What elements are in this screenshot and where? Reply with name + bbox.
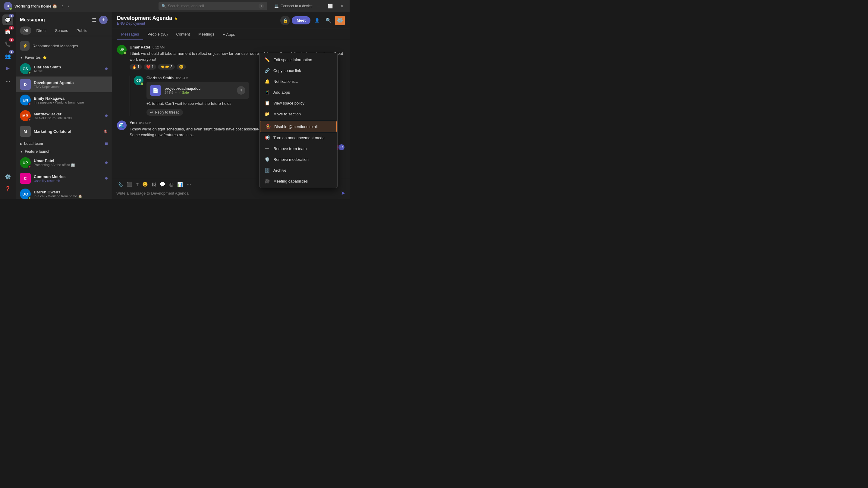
chat-item-darren[interactable]: DO Darren Owens In a call • Working from… [16,186,112,199]
chat-item-common-metrics[interactable]: C Common Metrics Usability research [16,170,112,186]
format-btn[interactable]: ⬛ [126,181,133,188]
minimize-btn[interactable]: ─ [315,3,323,9]
chat-title: Development Agenda ★ [117,15,178,22]
nav-back[interactable]: ‹ [60,3,65,9]
ctx-move-section[interactable]: 📁 Move to section [259,108,337,119]
you-msg-name: You [130,121,137,125]
ctx-announcement-mode[interactable]: 📢 Turn on announcement mode [259,132,337,143]
ctx-disable-mentions[interactable]: 🔕 Disable @mentions to all [260,121,337,132]
ctx-remove-team[interactable]: — Remove from team [259,143,337,154]
clarissa-unread [105,67,107,70]
search-btn[interactable]: 🔍 [324,16,333,25]
clarissa-name: Clarissa Smith [34,65,102,69]
reply-thread-btn[interactable]: ↩ Reply to thread [147,109,183,116]
more-tools-btn[interactable]: ⋯ [186,181,192,188]
maximize-btn[interactable]: ⬜ [325,3,335,9]
text-btn[interactable]: T [135,181,140,188]
tab-public[interactable]: Public [73,27,91,35]
new-message-btn[interactable]: + [99,16,107,24]
chat-item-matthew[interactable]: MB Matthew Baker Do Not Disturb until 16… [16,108,112,124]
search-add-btn[interactable]: + [258,3,264,9]
tab-all[interactable]: All [20,27,31,35]
chat-item-marketing[interactable]: M Marketing Collateral 🔇 [16,124,112,139]
dev-agenda-sub: ENG Deployment [34,85,107,89]
tab-apps[interactable]: + Apps [218,29,239,40]
common-metrics-name: Common Metrics [34,174,102,179]
section-local-team[interactable]: ▶ Local team [16,139,112,147]
recommended-messages-item[interactable]: ⚡ Recommended Messages [16,38,112,53]
search-bar[interactable]: 🔍 Search, meet, and call + [158,2,267,10]
connect-device[interactable]: 💻 Connect to a device [274,4,313,8]
tab-direct[interactable]: Direct [33,27,50,35]
ctx-add-apps[interactable]: 📱 Add apps [259,87,337,98]
tab-meetings[interactable]: Meetings [194,29,218,40]
ctx-archive[interactable]: 🗄️ Archive [259,165,337,175]
favorites-chevron: ▼ [20,56,23,59]
user-avatar[interactable]: U [4,2,12,10]
umar-name: Umar Patel [34,158,102,163]
lock-btn[interactable]: 🔒 [280,16,290,25]
bell-icon: 🔔 [264,79,270,84]
reaction-smile[interactable]: 😊 [177,64,186,70]
chat-item-clarissa[interactable]: CS Clarissa Smith Active [16,61,112,76]
ctx-copy-link[interactable]: 🔗 Copy space link [259,65,337,76]
tab-spaces[interactable]: Spaces [51,27,71,35]
ctx-notifications[interactable]: 🔔 Notifications... [259,76,337,87]
reaction-heart[interactable]: ❤️ 1 [144,64,156,70]
common-metrics-unread [105,177,107,180]
teams-icon: 👥 [5,53,11,59]
clarissa-info: Clarissa Smith Active [34,65,102,73]
reaction-fist[interactable]: 🤜🤛 3 [158,64,175,70]
star-icon: ★ [174,16,178,21]
sticker-btn[interactable]: 💬 [159,181,166,188]
ctx-remove-team-label: Remove from team [273,147,307,151]
ctx-edit-space[interactable]: ✏️ Edit space information [259,54,337,65]
tab-people[interactable]: People (30) [143,29,172,40]
chat-item-umar[interactable]: UP Umar Patel Presenting • At the office… [16,155,112,170]
sidebar-item-more[interactable]: … [2,75,13,86]
mention-btn[interactable]: @ [168,181,175,188]
nav-forward[interactable]: › [66,3,71,9]
chat-item-dev-agenda[interactable]: D Development Agenda ENG Deployment [16,76,112,92]
chat-item-emily[interactable]: EN Emily Nakagawa In a meeting • Working… [16,92,112,108]
dev-agenda-info: Development Agenda ENG Deployment [34,80,107,89]
sidebar-item-chat[interactable]: 💬 5 [2,14,13,25]
file-meta: 24 KB • ✓ Safe [164,91,233,95]
attach-btn[interactable]: 📎 [116,181,124,188]
ctx-remove-moderation[interactable]: 🛡️ Remove moderation [259,154,337,165]
sidebar-item-settings[interactable]: ⚙️ [2,171,13,182]
sidebar-item-teams[interactable]: 👥 1 [2,51,13,61]
title-bar-left: U Working from home 🏠 ‹ › [4,2,156,10]
sidebar-item-help[interactable]: ❓ [2,183,13,194]
reaction-fire[interactable]: 🔥 1 [130,64,142,70]
send-btn[interactable]: ➤ [341,190,345,196]
shield-icon: 🛡️ [264,157,270,162]
file-safe: ✓ Safe [179,91,189,95]
local-team-chevron: ▶ [20,142,22,145]
emily-avatar: EN [20,95,31,105]
participants-btn[interactable]: 👤 [312,16,322,25]
meet-btn[interactable]: Meet [292,16,310,24]
edit-icon: ✏️ [264,57,270,62]
emoji-btn[interactable]: 😊 [141,181,149,188]
section-feature-launch[interactable]: ▼ Feature launch [16,147,112,155]
tab-messages[interactable]: Messages [117,29,143,40]
ctx-view-policy[interactable]: 📋 View space policy [259,98,337,108]
message-input[interactable] [116,191,338,195]
local-team-unread [105,142,107,145]
section-favorites[interactable]: ▼ Favorites ⭐ [16,53,112,61]
file-download-btn[interactable]: ⬇ [237,86,245,95]
settings-btn[interactable]: ⚙️ [335,16,345,25]
gif-btn[interactable]: 🖼 [151,181,157,188]
close-btn[interactable]: ✕ [338,3,346,9]
sidebar-item-calls[interactable]: 📞 1 [2,38,13,50]
tab-content[interactable]: Content [172,29,194,40]
filter-btn[interactable]: ☰ [91,16,97,24]
ctx-meeting-capabilities[interactable]: 🎥 Meeting capabilities [259,175,337,187]
emily-status [28,102,31,105]
sidebar-item-calendar[interactable]: 📅 1 [2,27,13,37]
poll-btn[interactable]: 📊 [176,181,184,188]
sidebar-item-activity[interactable]: ▶ [2,63,13,73]
reply-icon: ↩ [150,110,153,115]
chat-title-info: Development Agenda ★ ENG Deployment [117,15,178,26]
